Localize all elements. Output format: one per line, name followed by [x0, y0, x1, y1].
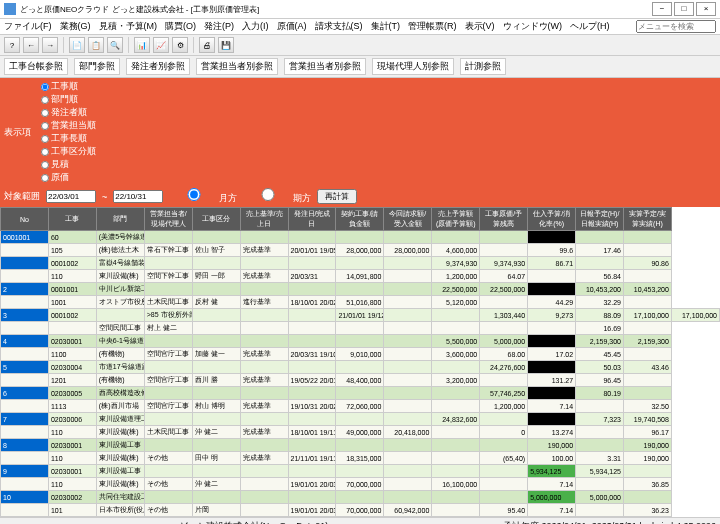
view-tab[interactable]: 計測参照 — [460, 58, 506, 75]
column-header[interactable]: 仕入予算/消化率(%) — [528, 208, 576, 231]
back-icon[interactable]: ← — [23, 37, 39, 53]
view-tab[interactable]: 部門参照 — [74, 58, 120, 75]
cell — [192, 322, 240, 335]
menu-item[interactable]: 見積・予算(M) — [99, 20, 158, 33]
table-row[interactable]: 30001002>85 市役所外部工事所21/01/01 19/12/311,3… — [1, 309, 720, 322]
tool-icon[interactable]: 🖨 — [199, 37, 215, 53]
table-row[interactable]: 1113(株)西川市場空間官庁工事村山 博明完成基準19/10/31 20/02… — [1, 400, 720, 413]
column-header[interactable]: 契約工事/請負金額 — [336, 208, 384, 231]
help-icon[interactable]: ? — [4, 37, 20, 53]
menu-item[interactable]: ファイル(F) — [4, 20, 52, 33]
cell: 24,276,600 — [480, 361, 528, 374]
column-header[interactable]: 部門 — [96, 208, 144, 231]
data-grid[interactable]: No工事部門営業担当者/現場代理人工事区分売上基準/売上日発注日/完成日契約工事… — [0, 207, 720, 517]
minimize-button[interactable]: − — [652, 2, 672, 16]
menu-item[interactable]: 業務(G) — [60, 20, 91, 33]
maximize-button[interactable]: □ — [674, 2, 694, 16]
cell — [623, 491, 671, 504]
view-tab[interactable]: 発注者別参照 — [126, 58, 190, 75]
cell: (株)徳法土木 — [96, 244, 144, 257]
tool-icon[interactable]: 🔍 — [107, 37, 123, 53]
view-tab[interactable]: 工事台帳参照 — [4, 58, 68, 75]
cell: 空間下幹工事 — [144, 270, 192, 283]
cell: 常石下幹工事 — [144, 244, 192, 257]
table-row[interactable]: 502030004市道17号線道路24,276,60021,876,60050.… — [1, 361, 720, 374]
table-row[interactable]: 602030005西高校構造改修工事57,746,25080.19 — [1, 387, 720, 400]
view-tab[interactable]: 営業担当者別参照 — [284, 58, 366, 75]
filter-radio[interactable] — [41, 122, 49, 130]
table-row[interactable]: 110東川設備(株)土木民間工事沖 健二完成基準18/10/01 19/11/0… — [1, 426, 720, 439]
column-header[interactable]: 工事 — [48, 208, 96, 231]
scope-period-radio[interactable] — [243, 188, 293, 201]
date-from-input[interactable] — [46, 190, 96, 203]
table-row[interactable]: 105(株)徳法土木常石下幹工事佐山 智子完成基準20/01/01 19/05/… — [1, 244, 720, 257]
menu-item[interactable]: 入力(I) — [242, 20, 269, 33]
table-row[interactable]: 1001オストブ市役所(株)土木民間工事反村 健進行基準18/10/01 20/… — [1, 296, 720, 309]
forward-icon[interactable]: → — [42, 37, 58, 53]
table-row[interactable]: 空間民間工事村上 健二16.69 — [1, 322, 720, 335]
table-row[interactable]: 702030006東川設備道理工事24,832,6007,32319,740,5… — [1, 413, 720, 426]
menu-item[interactable]: 発注(P) — [204, 20, 234, 33]
filter-radio[interactable] — [41, 161, 49, 169]
table-row[interactable]: 101日本市役所(役所)その他片岡19/01/01 20/03/3170,000… — [1, 504, 720, 517]
menu-item[interactable]: 集計(T) — [371, 20, 401, 33]
table-row[interactable]: 1100(有機物)空間官庁工事加藤 健一完成基準20/03/31 19/10/1… — [1, 348, 720, 361]
column-header[interactable]: 日報予定(H)/日報実績(H) — [576, 208, 624, 231]
menu-item[interactable]: 原価(A) — [277, 20, 307, 33]
column-header[interactable]: 今回請求額/受入金額 — [384, 208, 432, 231]
table-row[interactable]: 902030001東川設備工事5,934,1255,934,125 — [1, 465, 720, 478]
filter-radio[interactable] — [41, 135, 49, 143]
filter-radio[interactable] — [41, 83, 49, 91]
table-row[interactable]: 802030001東川設備工事190,000190,000 — [1, 439, 720, 452]
table-row[interactable]: 110東川設備(株)空間下幹工事野田 一郎完成基準20/03/3114,091,… — [1, 270, 720, 283]
table-row[interactable]: 110東川設備(株)その他沖 健二19/01/01 20/03/3170,000… — [1, 478, 720, 491]
view-tab[interactable]: 現場代理人別参照 — [372, 58, 454, 75]
cell — [384, 374, 432, 387]
view-tab[interactable]: 営業担当者別参照 — [196, 58, 278, 75]
scope-month-radio[interactable] — [169, 188, 219, 201]
table-row[interactable]: 0001002富嶽4号線舗装工事9,374,9309,374,93086.719… — [1, 257, 720, 270]
column-header[interactable]: 工事区分 — [192, 208, 240, 231]
filter-radio[interactable] — [41, 148, 49, 156]
tool-icon[interactable]: 📈 — [153, 37, 169, 53]
date-to-input[interactable] — [113, 190, 163, 203]
tool-icon[interactable]: 💾 — [218, 37, 234, 53]
filter-radio[interactable] — [41, 96, 49, 104]
menu-item[interactable]: 請求支払(S) — [315, 20, 363, 33]
menu-item[interactable]: 購買(O) — [165, 20, 196, 33]
recalc-button[interactable]: 再計算 — [317, 189, 357, 204]
menu-item[interactable]: ヘルプ(H) — [570, 20, 610, 33]
table-row[interactable]: 1201(有機物)空間官庁工事西川 勝完成基準19/05/22 20/01/31… — [1, 374, 720, 387]
tool-icon[interactable]: 📊 — [134, 37, 150, 53]
menu-item[interactable]: ウィンドウ(W) — [503, 20, 563, 33]
table-row[interactable]: 402030001中央6-1号線道路改良工事5,500,0005,000,000… — [1, 335, 720, 348]
cell: オストブ市役所(株) — [96, 296, 144, 309]
tool-icon[interactable]: 📄 — [69, 37, 85, 53]
cell: 19,740,508 — [623, 413, 671, 426]
column-header[interactable]: 売上予算額(原価予算額) — [432, 208, 480, 231]
table-row[interactable]: 1002030002共同住宅建設工事5,000,0005,000,000 — [1, 491, 720, 504]
column-header[interactable]: 工事原価/予算残高 — [480, 208, 528, 231]
cell: 105 — [48, 244, 96, 257]
column-header[interactable]: 売上基準/売上日 — [240, 208, 288, 231]
column-header[interactable]: 営業担当者/現場代理人 — [144, 208, 192, 231]
column-header[interactable]: 実算予定/実算実績(H) — [623, 208, 671, 231]
filter-radio[interactable] — [41, 109, 49, 117]
menu-item[interactable]: 管理帳票(R) — [408, 20, 457, 33]
column-header[interactable]: 発注日/完成日 — [288, 208, 336, 231]
cell: 村上 健二 — [144, 322, 192, 335]
tool-icon[interactable]: ⚙ — [172, 37, 188, 53]
table-row[interactable]: 000100160(美濃5号幹線道路改良工事) — [1, 231, 720, 244]
table-row[interactable]: 20001001中川ビル新築工事22,500,00022,500,000100.… — [1, 283, 720, 296]
close-button[interactable]: × — [696, 2, 716, 16]
table-row[interactable]: 110東川設備(株)その他田中 明完成基準21/11/01 19/11/0118… — [1, 452, 720, 465]
cell: 68.00 — [480, 348, 528, 361]
filter-radio[interactable] — [41, 174, 49, 182]
column-header[interactable]: No — [1, 208, 49, 231]
menu-search-input[interactable] — [636, 20, 716, 33]
menu-item[interactable]: 表示(V) — [465, 20, 495, 33]
tool-icon[interactable]: 📋 — [88, 37, 104, 53]
cell — [240, 387, 288, 400]
cell: (有機物) — [96, 374, 144, 387]
cell — [576, 504, 624, 517]
